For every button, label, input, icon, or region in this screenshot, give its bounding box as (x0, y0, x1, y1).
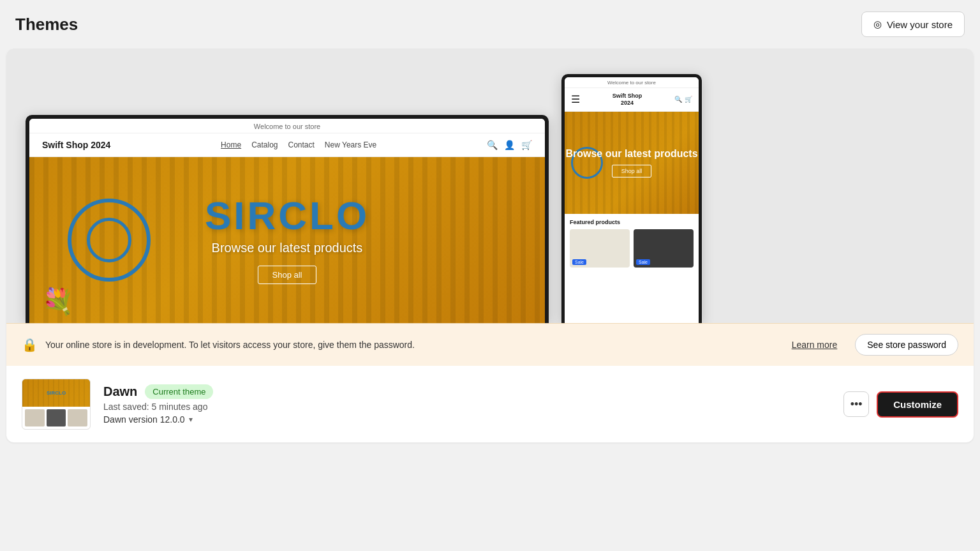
mobile-top-bar: Welcome to our store (565, 77, 699, 88)
hero-sirclo-text: SIRCLO (205, 196, 369, 236)
theme-name: Dawn (103, 384, 137, 399)
theme-thumbnail: SIRCLO (22, 379, 91, 430)
more-actions-button[interactable]: ••• (843, 391, 869, 417)
mobile-search-icon: 🔍 (674, 96, 682, 103)
lock-icon: 🔒 (22, 337, 38, 352)
theme-details: Dawn Current theme Last saved: 5 minutes… (103, 384, 831, 425)
search-icon: 🔍 (487, 140, 498, 150)
version-chevron-icon[interactable]: ▾ (189, 415, 193, 424)
theme-version: Dawn version 12.0.0 (103, 414, 185, 425)
theme-name-row: Dawn Current theme (103, 384, 831, 399)
mobile-nav-icons: 🔍 🛒 (674, 96, 692, 103)
mobile-hero-title: Browse our latest products (565, 147, 697, 160)
mobile-hero: Browse our latest products Shop all (565, 112, 699, 214)
mobile-product-card-2: Sale (634, 229, 694, 268)
user-icon: 👤 (504, 140, 515, 150)
thumb-bottom (22, 407, 90, 429)
mobile-product-card-1: Sale (570, 229, 630, 268)
thumb-product-3 (68, 409, 87, 426)
thumb-product-2 (47, 409, 66, 426)
mobile-mockup: Welcome to our store ☰ Swift Shop 2024 🔍… (561, 74, 702, 323)
desktop-nav-links: Home Catalog Contact New Years Eve (221, 140, 376, 149)
mobile-shop-button[interactable]: Shop all (612, 165, 652, 177)
theme-version-row: Dawn version 12.0.0 ▾ (103, 414, 831, 425)
hero-logo-circle (68, 199, 151, 282)
nav-catalog: Catalog (251, 140, 278, 149)
sale-badge-1: Sale (572, 259, 586, 265)
hero-logo-inner (87, 218, 131, 262)
hero-subtitle: Browse our latest products (205, 241, 369, 255)
hero-text-block: SIRCLO Browse our latest products Shop a… (205, 196, 369, 284)
hero-flowers: 💐 (42, 287, 74, 317)
desktop-nav-icons: 🔍 👤 🛒 (487, 140, 532, 150)
desktop-nav-brand: Swift Shop 2024 (42, 140, 110, 150)
preview-area: Welcome to our store Swift Shop 2024 Hom… (6, 49, 974, 323)
mobile-featured-title: Featured products (570, 219, 694, 225)
mobile-hero-text: Browse our latest products Shop all (565, 147, 697, 177)
nav-new-years-eve: New Years Eve (325, 140, 376, 149)
mobile-nav: ☰ Swift Shop 2024 🔍 🛒 (565, 88, 699, 112)
mobile-products: Sale Sale (570, 229, 694, 268)
desktop-top-bar: Welcome to our store (29, 119, 545, 133)
page-title: Themes (15, 15, 78, 34)
thumb-top: SIRCLO (22, 379, 90, 407)
thumb-sirclo: SIRCLO (47, 390, 66, 396)
page-header: Themes ◎ View your store (0, 0, 980, 49)
theme-actions: ••• Customize (843, 391, 958, 418)
mobile-screen: Welcome to our store ☰ Swift Shop 2024 🔍… (565, 77, 699, 323)
eye-icon: ◎ (873, 19, 882, 30)
nav-contact: Contact (288, 140, 315, 149)
desktop-nav: Swift Shop 2024 Home Catalog Contact New… (29, 133, 545, 157)
thumb-product-1 (25, 409, 45, 426)
current-theme-badge: Current theme (145, 384, 213, 399)
see-store-password-button[interactable]: See store password (855, 334, 958, 356)
learn-more-link[interactable]: Learn more (792, 340, 838, 350)
customize-button[interactable]: Customize (877, 391, 958, 418)
nav-home: Home (221, 140, 241, 149)
sale-badge-2: Sale (636, 259, 650, 265)
mobile-cart-icon: 🛒 (685, 96, 692, 103)
desktop-hero: 💐 SIRCLO Browse our latest products Shop… (29, 157, 545, 323)
mobile-featured: Featured products Sale Sale (565, 214, 699, 273)
cart-icon: 🛒 (521, 140, 532, 150)
mobile-brand: Swift Shop 2024 (612, 93, 642, 107)
desktop-screen: Welcome to our store Swift Shop 2024 Hom… (29, 119, 545, 323)
password-banner: 🔒 Your online store is in development. T… (6, 323, 974, 366)
password-banner-text: Your online store is in development. To … (45, 340, 784, 350)
desktop-mockup: Welcome to our store Swift Shop 2024 Hom… (26, 115, 549, 323)
theme-info-section: SIRCLO Dawn Current theme Last saved: 5 … (6, 366, 974, 442)
main-content-card: Welcome to our store Swift Shop 2024 Hom… (6, 49, 974, 442)
theme-last-saved: Last saved: 5 minutes ago (103, 402, 831, 412)
hero-shop-button[interactable]: Shop all (258, 266, 317, 284)
view-store-button[interactable]: ◎ View your store (861, 11, 965, 37)
mobile-menu-icon: ☰ (571, 93, 580, 105)
